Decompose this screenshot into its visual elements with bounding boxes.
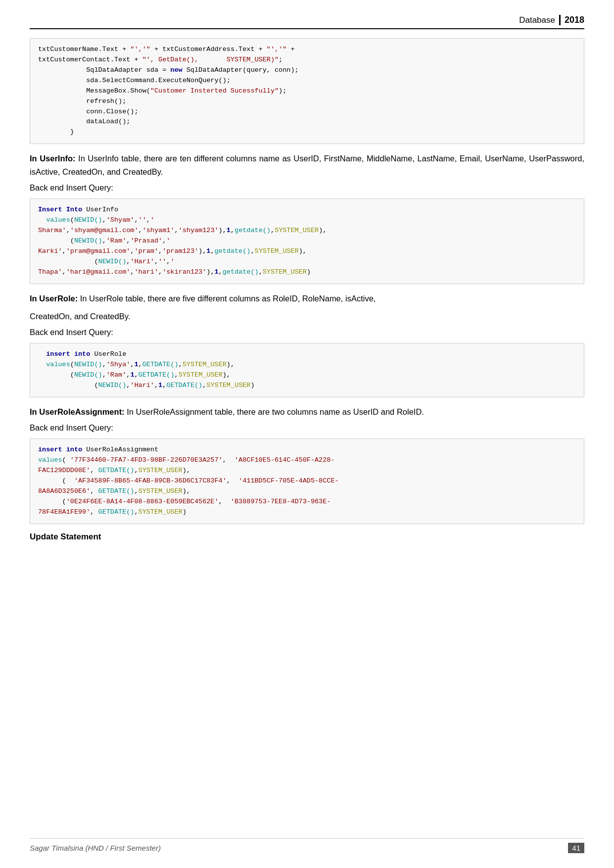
label-backendinsert-3: Back end Insert Query:: [30, 423, 584, 433]
label-backendinsert-1: Back end Insert Query:: [30, 183, 584, 193]
code-block-4: insert into UserRoleAssignment values( '…: [30, 438, 584, 524]
page-header: Database 2018: [30, 15, 584, 29]
code-block-3: insert into UserRole values(NEWID(),'Shy…: [30, 343, 584, 397]
para-userrole2: CreatedOn, and CreatedBy.: [30, 310, 584, 323]
label-backendinsert-2: Back end Insert Query:: [30, 328, 584, 337]
page-footer: Sagar Timalsina (HND / First Semester) 4…: [30, 838, 584, 853]
code-block-2: Insert Into UserInfo values(NEWID(),'Shy…: [30, 198, 584, 284]
para-userinfo: In UserInfo: In UserInfo table, there ar…: [30, 152, 584, 178]
header-year: 2018: [559, 15, 584, 25]
section-update-heading: Update Statement: [30, 532, 584, 542]
para-userrole: In UserRole: In UserRole table, there ar…: [30, 292, 584, 305]
code-block-1: txtCustomerName.Text + "','" + txtCustom…: [30, 38, 584, 144]
para-userroleassign: In UserRoleAssignment: In UserRoleAssign…: [30, 405, 584, 418]
page: Database 2018 txtCustomerName.Text + "',…: [0, 0, 614, 868]
footer-author: Sagar Timalsina (HND / First Semester): [30, 844, 161, 852]
footer-page-number: 41: [568, 843, 584, 853]
header-title: Database: [519, 15, 555, 25]
